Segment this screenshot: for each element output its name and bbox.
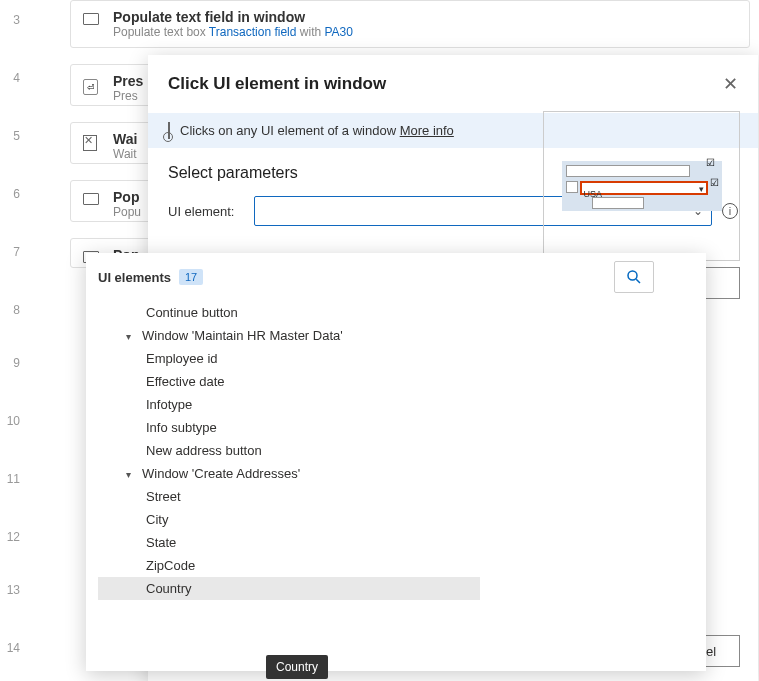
flow-step-title: Wai bbox=[113, 131, 137, 147]
press-key-icon: ⏎ bbox=[83, 77, 101, 95]
search-button[interactable] bbox=[614, 261, 654, 293]
tooltip: Country bbox=[266, 655, 328, 679]
flow-step-title: Pres bbox=[113, 73, 143, 89]
flow-step-title: Populate text field in window bbox=[113, 9, 353, 25]
tree-item[interactable]: Save button bbox=[98, 600, 480, 601]
click-icon bbox=[168, 123, 170, 138]
close-icon[interactable]: ✕ bbox=[723, 73, 738, 95]
preview-highlighted-field: USA ▾ bbox=[580, 181, 708, 195]
search-icon bbox=[625, 268, 643, 286]
tree-item[interactable]: Continue button bbox=[98, 301, 480, 324]
step-number: 5 bbox=[13, 129, 35, 143]
step-number: 9 bbox=[13, 356, 35, 370]
more-info-link[interactable]: More info bbox=[400, 123, 454, 138]
tree-item[interactable]: State bbox=[98, 531, 480, 554]
info-bar-text: Clicks on any UI element of a window bbox=[180, 123, 400, 138]
flow-step-title: Pop bbox=[113, 189, 141, 205]
step-number: 14 bbox=[7, 641, 35, 655]
flow-step-subtitle: Wait bbox=[113, 147, 137, 161]
svg-point-0 bbox=[628, 271, 637, 280]
populate-field-icon bbox=[83, 13, 101, 31]
tree-item[interactable]: Infotype bbox=[98, 393, 480, 416]
step-number: 10 bbox=[7, 414, 35, 428]
step-number: 12 bbox=[7, 530, 35, 544]
tree-item[interactable]: City bbox=[98, 508, 480, 531]
step-number: 4 bbox=[13, 71, 35, 85]
step-number: 3 bbox=[13, 13, 35, 27]
tree-item[interactable]: New address button bbox=[98, 439, 480, 462]
hourglass-icon bbox=[83, 135, 101, 153]
tree-item[interactable]: Info subtype bbox=[98, 416, 480, 439]
step-number: 8 bbox=[13, 303, 35, 317]
chevron-down-icon: ▾ bbox=[126, 469, 138, 480]
dropdown-arrow-icon: ▾ bbox=[697, 184, 704, 194]
step-number: 6 bbox=[13, 187, 35, 201]
ui-elements-count: 17 bbox=[179, 269, 203, 285]
ui-elements-label: UI elements bbox=[98, 270, 171, 285]
step-number: 7 bbox=[13, 245, 35, 259]
chevron-down-icon: ▾ bbox=[126, 331, 138, 342]
tree-item[interactable]: Employee id bbox=[98, 347, 480, 370]
flow-step[interactable]: Populate text field in window Populate t… bbox=[70, 0, 750, 48]
step-number: 13 bbox=[7, 583, 35, 597]
step-number: 11 bbox=[7, 472, 35, 486]
svg-line-1 bbox=[636, 279, 640, 283]
ui-elements-dropdown-panel: UI elements 17 Continue button ▾Window '… bbox=[86, 253, 706, 671]
tree-item[interactable]: Effective date bbox=[98, 370, 480, 393]
tree-window[interactable]: ▾Window 'Create Addresses' bbox=[98, 462, 480, 485]
flow-step-subtitle: Pres bbox=[113, 89, 143, 103]
flow-step-subtitle: Popu bbox=[113, 205, 141, 219]
ui-element-label: UI element: bbox=[168, 204, 244, 219]
tree-window[interactable]: ▾Window 'Maintain HR Master Data' bbox=[98, 324, 480, 347]
flow-step-subtitle: Populate text box Transaction field with… bbox=[113, 25, 353, 39]
ui-element-preview: ☑ USA ▾ ☑ bbox=[543, 111, 740, 261]
tree-item-country[interactable]: Country bbox=[98, 577, 480, 600]
tree-item[interactable]: Street bbox=[98, 485, 480, 508]
dialog-title: Click UI element in window bbox=[168, 74, 386, 94]
tree-item[interactable]: ZipCode bbox=[98, 554, 480, 577]
populate-field-icon bbox=[83, 193, 101, 211]
ui-elements-tree[interactable]: Continue button ▾Window 'Maintain HR Mas… bbox=[98, 301, 490, 601]
